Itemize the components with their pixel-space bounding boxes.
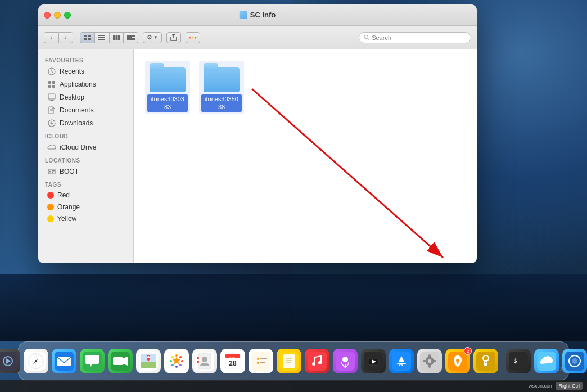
file-item-2[interactable]: itunes3035038 (199, 61, 244, 114)
svg-rect-107 (428, 364, 431, 368)
file-item-1[interactable]: itunes3030383 (145, 61, 190, 114)
sidebar-item-desktop[interactable]: Desktop (40, 91, 131, 103)
tags-header: Tags (38, 178, 133, 189)
dock-appstore[interactable] (389, 348, 414, 374)
sidebar-item-boot[interactable]: BOOT (40, 165, 131, 178)
sidebar-item-downloads[interactable]: Downloads (40, 117, 131, 129)
view-icon-button[interactable] (80, 32, 94, 43)
view-gallery-button[interactable] (124, 32, 138, 43)
dock-contacts[interactable] (192, 348, 218, 374)
svg-rect-4 (98, 35, 105, 36)
desktop-icon (47, 93, 56, 102)
dock-notes[interactable] (276, 348, 302, 374)
orange-tag-dot (47, 204, 54, 210)
dock-messages[interactable] (79, 348, 105, 374)
file-label-1: itunes3030383 (147, 94, 188, 112)
dock-systemprefs[interactable] (417, 348, 442, 374)
svg-point-53 (35, 360, 37, 362)
svg-rect-0 (84, 35, 87, 37)
sidebar-item-icloud-label: iCloud Drive (60, 143, 96, 151)
sidebar-item-tag-orange[interactable]: Orange (40, 201, 131, 213)
view-list-button[interactable] (94, 32, 109, 43)
svg-rect-23 (48, 94, 55, 99)
svg-point-16 (364, 35, 368, 38)
svg-point-71 (170, 360, 172, 362)
svg-rect-11 (132, 35, 135, 37)
main-content: Favourites Recents Applications Desktop (38, 49, 477, 263)
search-input[interactable] (372, 34, 466, 41)
sidebar-item-boot-label: BOOT (60, 168, 79, 175)
maximize-button[interactable] (64, 12, 71, 19)
svg-point-95 (318, 361, 322, 364)
dock-icloud[interactable] (534, 348, 559, 374)
sidebar-item-documents-label: Documents (60, 106, 94, 114)
sidebar: Favourites Recents Applications Desktop (38, 49, 134, 263)
sidebar-item-recents[interactable]: Recents (40, 65, 131, 78)
svg-rect-2 (84, 38, 87, 40)
svg-rect-9 (118, 35, 120, 40)
orange-tag-label: Orange (57, 203, 80, 211)
dock-safari[interactable] (23, 348, 49, 374)
sidebar-item-documents[interactable]: Documents (40, 104, 131, 116)
forward-button[interactable]: › (58, 32, 73, 43)
svg-rect-12 (132, 38, 135, 40)
dock-mail[interactable] (51, 348, 77, 374)
minimize-button[interactable] (54, 12, 61, 19)
sidebar-item-tag-yellow[interactable]: Yellow (40, 213, 131, 224)
svg-text:$_: $_ (513, 357, 521, 364)
dock-reminders[interactable] (248, 348, 274, 374)
svg-point-65 (175, 354, 178, 357)
svg-line-35 (252, 89, 443, 258)
sidebar-item-applications-label: Applications (60, 80, 96, 88)
svg-rect-61 (141, 362, 156, 368)
red-tag-dot (47, 192, 54, 199)
dock-security[interactable]: 2 (445, 348, 471, 374)
svg-point-14 (192, 37, 193, 38)
view-column-button[interactable] (109, 32, 124, 43)
svg-rect-89 (283, 354, 295, 368)
folder-icon-1 (150, 63, 186, 92)
arrange-button[interactable]: ⚙ ▼ (143, 32, 162, 43)
boot-icon (47, 167, 56, 176)
svg-rect-112 (457, 362, 459, 364)
sidebar-item-applications[interactable]: Applications (40, 78, 131, 91)
right-ctrl-label: Right Ctrl (556, 382, 583, 390)
window-title-text: SC Info (250, 11, 276, 19)
share-button[interactable] (166, 32, 181, 43)
back-button[interactable]: ‹ (44, 32, 58, 43)
tag-button[interactable] (186, 32, 200, 43)
status-text: wsxcn.com (529, 383, 554, 389)
dock-podcasts[interactable] (332, 348, 358, 374)
traffic-lights (44, 12, 71, 19)
dock-facetime[interactable] (107, 348, 133, 374)
file-label-2: itunes3035038 (201, 94, 242, 112)
dock-launchpad[interactable] (0, 348, 21, 374)
favourites-header: Favourites (38, 54, 133, 65)
icloud-icon (47, 143, 56, 152)
close-button[interactable] (44, 12, 51, 19)
dock-keychain[interactable] (473, 348, 499, 374)
dock-unknown[interactable] (562, 348, 587, 374)
recents-icon (47, 67, 56, 76)
sidebar-item-icloud[interactable]: iCloud Drive (40, 141, 131, 154)
nav-buttons: ‹ › (44, 32, 73, 43)
dock-terminal[interactable]: $_ (505, 348, 531, 374)
svg-point-66 (179, 356, 182, 358)
svg-point-69 (175, 366, 178, 368)
svg-rect-32 (52, 170, 55, 172)
search-bar[interactable] (359, 32, 471, 43)
file-area: itunes3030383 itunes3035038 (134, 49, 477, 263)
svg-point-15 (195, 37, 196, 38)
svg-rect-25 (49, 101, 54, 101)
dock-maps[interactable] (136, 348, 161, 374)
dock-appletv[interactable] (360, 348, 386, 374)
svg-point-116 (485, 362, 487, 363)
svg-rect-5 (98, 37, 105, 38)
dock-photos[interactable] (164, 348, 189, 374)
svg-point-68 (179, 364, 182, 366)
sidebar-item-tag-red[interactable]: Red (40, 190, 131, 201)
documents-icon (47, 106, 56, 115)
dock-music[interactable] (304, 348, 330, 374)
dock-calendar[interactable]: APR28 (220, 348, 246, 374)
window-title: SC Info (240, 11, 276, 19)
